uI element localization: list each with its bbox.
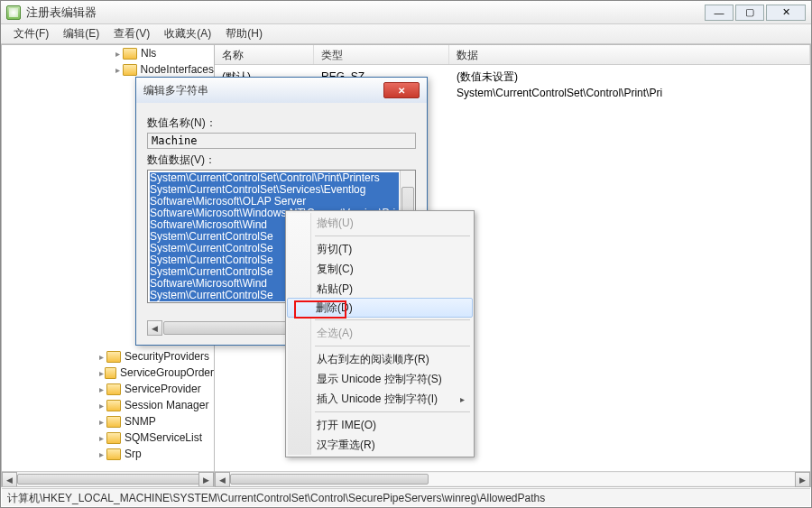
titlebar[interactable]: 注册表编辑器 — ▢ ✕ <box>1 1 811 24</box>
tree-item[interactable]: ▸Nls <box>2 45 214 61</box>
multistring-line: Software\Microsoft\OLAP Server <box>150 196 399 208</box>
ctx-cut[interactable]: 剪切(T) <box>288 239 472 259</box>
tree-item[interactable]: ▸NodeInterfaces <box>2 61 214 78</box>
value-name-input[interactable] <box>147 133 416 149</box>
ctx-copy[interactable]: 复制(C) <box>288 259 472 279</box>
submenu-arrow-icon: ▸ <box>460 394 465 404</box>
col-name[interactable]: 名称 <box>215 45 314 64</box>
menu-view[interactable]: 查看(V) <box>106 24 157 43</box>
minimize-button[interactable]: — <box>705 5 734 21</box>
scroll-right-icon[interactable]: ▶ <box>795 472 810 487</box>
value-name-label: 数值名称(N)： <box>147 115 416 131</box>
ctx-reconvert[interactable]: 汉字重选(R) <box>288 435 472 455</box>
menu-edit[interactable]: 编辑(E) <box>56 24 106 43</box>
tree-item[interactable]: ▸SNMP <box>2 413 214 429</box>
menu-help[interactable]: 帮助(H) <box>218 24 270 43</box>
ctx-insert-unicode[interactable]: 插入 Unicode 控制字符(I) ▸ <box>288 389 472 409</box>
window-title: 注册表编辑器 <box>26 5 97 21</box>
scroll-left-icon[interactable]: ◀ <box>147 320 162 336</box>
ctx-show-unicode[interactable]: 显示 Unicode 控制字符(S) <box>288 369 472 389</box>
ctx-open-ime[interactable]: 打开 IME(O) <box>288 415 472 435</box>
close-button[interactable]: ✕ <box>766 5 806 21</box>
ctx-select-all[interactable]: 全选(A) <box>288 323 472 343</box>
tree-item[interactable]: ▸SQMServiceList <box>2 429 214 446</box>
menubar: 文件(F) 编辑(E) 查看(V) 收藏夹(A) 帮助(H) <box>1 24 811 44</box>
window-buttons: — ▢ ✕ <box>705 5 806 21</box>
menu-file[interactable]: 文件(F) <box>6 24 56 43</box>
ctx-paste[interactable]: 粘贴(P) <box>288 279 472 299</box>
ctx-undo[interactable]: 撤销(U) <box>288 213 472 233</box>
maximize-button[interactable]: ▢ <box>735 5 764 21</box>
dialog-title: 编辑多字符串 <box>143 83 208 98</box>
context-menu: 撤销(U) 剪切(T) 复制(C) 粘贴(P) 删除(D) 全选(A) 从右到左… <box>285 210 475 457</box>
multistring-line: System\CurrentControlSet\Control\Print\P… <box>150 172 399 184</box>
tree-hscroll[interactable]: ◀ ▶ <box>2 471 214 486</box>
tree-item[interactable]: ▸Srp <box>2 446 214 462</box>
tree-item[interactable]: ▸ServiceProvider <box>2 381 214 397</box>
menu-favorites[interactable]: 收藏夹(A) <box>157 24 218 43</box>
scroll-right-icon[interactable]: ▶ <box>198 472 214 486</box>
dialog-close-button[interactable]: ✕ <box>383 82 420 98</box>
col-type[interactable]: 类型 <box>314 45 449 64</box>
scroll-left-icon[interactable]: ◀ <box>2 472 17 486</box>
tree-hscroll-thumb[interactable] <box>17 474 215 485</box>
list-hscroll[interactable]: ◀ ▶ <box>215 471 810 486</box>
tree-item[interactable]: ▸SecurityProviders <box>2 348 214 365</box>
regedit-icon <box>6 5 21 20</box>
statusbar: 计算机\HKEY_LOCAL_MACHINE\SYSTEM\CurrentCon… <box>2 488 810 506</box>
ctx-rtl[interactable]: 从右到左的阅读顺序(R) <box>288 349 472 369</box>
col-data[interactable]: 数据 <box>449 45 810 64</box>
ctx-delete[interactable]: 删除(D) <box>287 298 473 318</box>
tree-item[interactable]: ▸Session Manager <box>2 397 214 413</box>
multistring-line: System\CurrentControlSet\Services\Eventl… <box>150 184 399 196</box>
dialog-titlebar[interactable]: 编辑多字符串 ✕ <box>136 78 427 103</box>
list-hscroll-thumb[interactable] <box>230 474 429 485</box>
tree-item[interactable]: ▸ServiceGroupOrder <box>2 365 214 381</box>
list-header: 名称 类型 数据 <box>215 45 810 65</box>
scroll-left-icon[interactable]: ◀ <box>215 472 230 487</box>
value-data-label: 数值数据(V)： <box>147 152 416 168</box>
